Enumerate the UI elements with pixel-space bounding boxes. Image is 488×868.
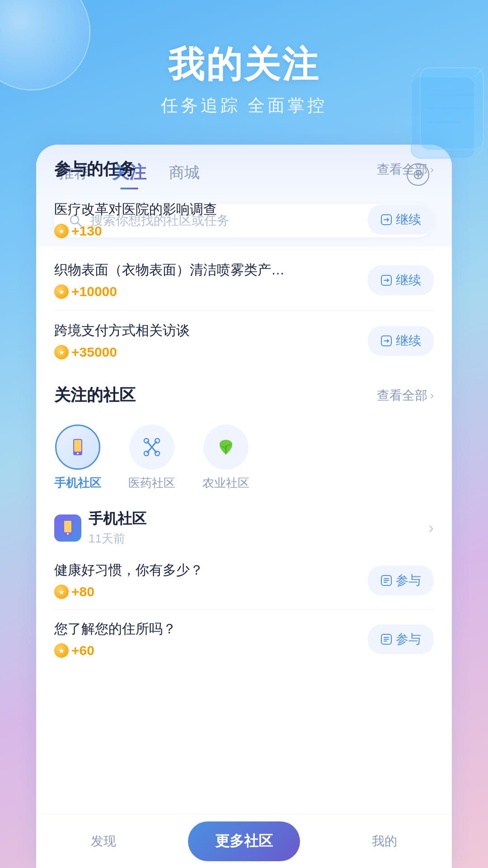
coin-icon: ★ (54, 643, 69, 658)
community-feed: 手机社区 11天前 › 健康好习惯，你有多少？ ★ +80 (36, 500, 452, 668)
survey-info: 您了解您的住所吗？ ★ +60 (54, 620, 368, 658)
view-all-label: 查看全部 (377, 387, 427, 404)
chevron-right-icon: › (430, 389, 434, 402)
join-label-1: 参与 (396, 572, 421, 589)
nav-center-item[interactable]: 更多社区 (162, 821, 326, 861)
continue-label-3: 继续 (396, 332, 421, 349)
continue-icon (380, 274, 392, 286)
task-item: 织物表面（衣物表面）清洁喷雾类产… ★ +10000 继续 (54, 250, 434, 311)
survey-reward: ★ +60 (54, 643, 368, 658)
community-avatar (54, 514, 81, 542)
bottom-nav: 发现 更多社区 我的 (36, 814, 452, 868)
continue-icon (380, 214, 392, 226)
community-icon-phone[interactable]: 手机社区 (54, 425, 101, 491)
card-content: 参与的任务 查看全部 › 医疗改革对医院的影响调查 ★ +130 (36, 145, 452, 814)
nav-item-mine[interactable]: 我的 (326, 833, 443, 850)
tasks-section-title: 参与的任务 (54, 158, 136, 180)
survey-item: 健康好习惯，你有多少？ ★ +80 参与 (54, 551, 434, 610)
agriculture-community-circle (203, 425, 249, 470)
more-community-button[interactable]: 更多社区 (188, 821, 300, 861)
reward-amount: +130 (71, 223, 102, 239)
task-title: 跨境支付方式相关访谈 (54, 321, 368, 340)
reward-amount: +10000 (71, 284, 117, 299)
community-info: 手机社区 11天前 (89, 509, 146, 547)
medical-community-label: 医药社区 (128, 475, 175, 491)
community-icons-row: 手机社区 医药社区 (54, 415, 434, 495)
reward-amount: +80 (71, 584, 94, 599)
participated-tasks-section: 参与的任务 查看全部 › 医疗改革对医院的影响调查 ★ +130 (36, 145, 452, 375)
svg-point-15 (77, 453, 79, 454)
followed-communities-section: 关注的社区 查看全部 › 手机社区 (36, 375, 452, 500)
communities-section-header: 关注的社区 查看全部 › (54, 384, 434, 406)
communities-view-all-link[interactable]: 查看全部 › (377, 387, 434, 404)
phone-community-icon (67, 436, 89, 458)
task-item: 跨境支付方式相关访谈 ★ +35000 继续 (54, 311, 434, 371)
survey-info: 健康好习惯，你有多少？ ★ +80 (54, 561, 368, 599)
coin-icon: ★ (54, 224, 69, 238)
continue-button-1[interactable]: 继续 (368, 205, 434, 235)
survey-title: 健康好习惯，你有多少？ (54, 561, 368, 580)
nav-mine-label: 我的 (372, 833, 397, 850)
survey-reward: ★ +80 (54, 584, 368, 599)
community-avatar-icon (57, 517, 79, 539)
svg-line-4 (474, 149, 483, 158)
coin-icon: ★ (54, 585, 69, 599)
page-title: 我的关注 (0, 41, 488, 90)
continue-label-2: 继续 (396, 272, 421, 289)
task-info: 织物表面（衣物表面）清洁喷雾类产… ★ +10000 (54, 261, 368, 299)
survey-item: 您了解您的住所吗？ ★ +60 参与 (54, 610, 434, 668)
svg-point-18 (144, 439, 149, 443)
community-chevron-icon[interactable]: › (428, 519, 434, 538)
community-name: 手机社区 (89, 509, 146, 529)
agriculture-community-label: 农业社区 (202, 475, 249, 491)
task-item: 医疗改革对医院的影响调查 ★ +130 继续 (54, 189, 434, 250)
main-card: 推荐 关注 商城 ⊕ 搜索你想找的社区或任务 参与的任务 查看全部 › (36, 145, 452, 868)
coin-icon: ★ (54, 345, 69, 359)
phone-community-circle (55, 425, 100, 470)
coin-icon: ★ (54, 284, 69, 299)
community-name-row[interactable]: 手机社区 11天前 (54, 509, 146, 547)
continue-label-1: 继续 (396, 211, 421, 228)
page-subtitle: 任务追踪 全面掌控 (0, 94, 488, 117)
svg-rect-24 (64, 521, 71, 533)
agriculture-community-icon (215, 436, 237, 458)
survey-title: 您了解您的住所吗？ (54, 620, 368, 638)
nav-item-discover[interactable]: 发现 (45, 833, 162, 850)
task-reward: ★ +10000 (54, 284, 368, 299)
community-header-row: 手机社区 11天前 › (54, 500, 434, 551)
svg-point-25 (67, 533, 69, 534)
community-icon-medical[interactable]: 医药社区 (128, 425, 175, 491)
tasks-section-header: 参与的任务 查看全部 › (54, 158, 434, 180)
task-reward: ★ +130 (54, 223, 368, 239)
reward-amount: +35000 (71, 344, 117, 360)
continue-button-2[interactable]: 继续 (368, 265, 434, 295)
communities-section-title: 关注的社区 (54, 384, 136, 406)
svg-point-21 (155, 451, 160, 456)
header-section: 我的关注 任务追踪 全面掌控 (0, 0, 488, 135)
svg-point-19 (155, 439, 160, 443)
svg-point-20 (144, 451, 149, 456)
join-icon (380, 633, 392, 645)
join-label-2: 参与 (396, 631, 421, 648)
task-reward: ★ +35000 (54, 344, 368, 360)
more-community-label: 更多社区 (215, 831, 273, 851)
task-title: 织物表面（衣物表面）清洁喷雾类产… (54, 261, 368, 279)
phone-community-label: 手机社区 (54, 475, 101, 491)
task-info: 医疗改革对医院的影响调查 ★ +130 (54, 200, 368, 239)
medical-community-circle (129, 425, 174, 470)
task-title: 医疗改革对医院的影响调查 (54, 200, 368, 219)
nav-discover-label: 发现 (91, 833, 116, 850)
reward-amount: +60 (71, 643, 94, 658)
svg-rect-14 (74, 440, 81, 452)
continue-icon (380, 335, 392, 347)
join-button-1[interactable]: 参与 (368, 566, 434, 595)
community-time: 11天前 (89, 531, 146, 547)
medical-community-icon (141, 436, 163, 458)
community-icon-agriculture[interactable]: 农业社区 (202, 425, 249, 491)
continue-button-3[interactable]: 继续 (368, 326, 434, 356)
task-info: 跨境支付方式相关访谈 ★ +35000 (54, 321, 368, 360)
join-button-2[interactable]: 参与 (368, 624, 434, 654)
join-icon (380, 575, 392, 586)
